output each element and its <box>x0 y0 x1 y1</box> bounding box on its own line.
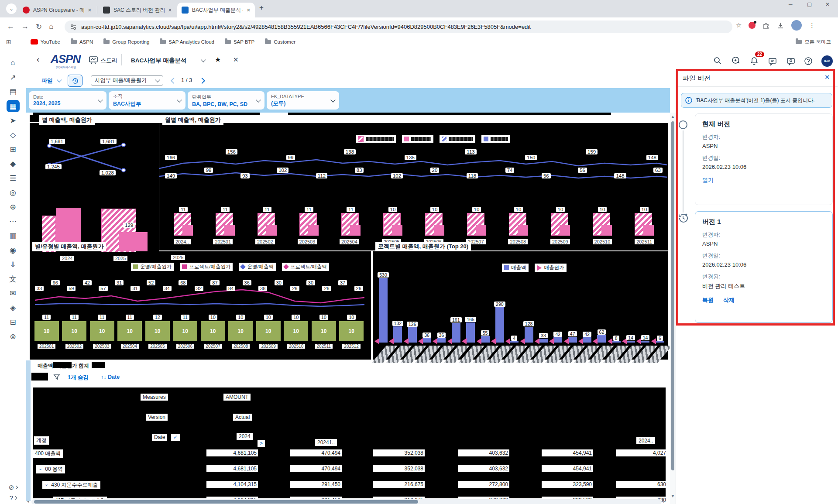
bar-item[interactable]: 290 <box>494 302 505 343</box>
sidebar-item[interactable]: ◆ <box>7 158 20 170</box>
sidebar-item[interactable]: ➤ <box>7 114 20 127</box>
sidebar-bottom-item[interactable]: ? <box>10 494 17 501</box>
legend-item[interactable] <box>356 135 396 143</box>
bar-item[interactable]: 8 <box>611 336 622 343</box>
bar-group[interactable]: 10 10 <box>228 315 253 341</box>
sidebar-bottom-item[interactable]: ⊘ <box>9 483 18 491</box>
restore-link[interactable]: 복원 <box>702 296 714 304</box>
sidebar-item[interactable]: ☰ <box>7 172 20 184</box>
bar-item[interactable]: 165 <box>465 317 476 343</box>
close-story-icon[interactable]: ✕ <box>233 56 239 64</box>
filter-chip[interactable]: Date2024, 2025 <box>29 91 106 110</box>
extensions-puzzle-icon[interactable] <box>762 22 770 29</box>
vscroll-down-icon[interactable]: ▼ <box>671 494 675 498</box>
sidebar-item[interactable]: ↗ <box>7 71 20 83</box>
ai-assistant-icon[interactable] <box>732 56 740 65</box>
bar-group[interactable]: 10 <box>550 207 570 236</box>
file-menu-chevron-icon[interactable] <box>57 77 62 82</box>
hscroll-left-icon[interactable]: ◂ <box>27 499 29 504</box>
bar-item[interactable]: 4 <box>508 336 520 343</box>
bar-group[interactable]: 11 10 <box>90 315 114 341</box>
profile-avatar[interactable] <box>791 20 802 31</box>
vertical-scrollbar-thumb[interactable] <box>671 121 674 470</box>
bar-item[interactable]: 14 <box>639 335 651 343</box>
sidebar-item[interactable]: 文 <box>7 273 20 285</box>
expand-chevron-icon[interactable]: ⌄ <box>45 481 48 489</box>
legend-item[interactable]: 매출액 <box>502 264 529 272</box>
tab-close-icon[interactable]: ✕ <box>88 7 92 13</box>
bar-group[interactable]: 10 10 <box>284 315 308 341</box>
help-icon[interactable] <box>804 57 813 65</box>
bar-group[interactable]: 10 <box>634 207 654 236</box>
delete-link[interactable]: 삭제 <box>723 296 735 304</box>
bar-group[interactable]: 11 <box>215 207 235 236</box>
sidebar-item[interactable]: ⊚ <box>7 330 20 343</box>
current-version-card[interactable]: 현재 버전 변경자: ASPN 변경일: 2026.02.23 10:06 열기 <box>695 113 833 205</box>
apps-grid-icon[interactable]: ⊞ <box>6 38 11 45</box>
tab-close-icon[interactable]: ✕ <box>168 7 172 13</box>
bar-group[interactable]: 12 10 <box>145 315 170 341</box>
hide-columns-link[interactable]: 1개 숨김 <box>66 374 90 381</box>
window-maximize-button[interactable]: ▢ <box>807 1 812 7</box>
legend-item[interactable]: 프로젝트/매출원가 <box>180 263 233 271</box>
adblock-extension-icon[interactable] <box>749 22 756 29</box>
table-row[interactable]: 400 매출액 4,681,105 470,494 352,038 403,63… <box>33 449 665 460</box>
sidebar-item[interactable]: ⊟ <box>7 316 20 328</box>
bookmark-star-icon[interactable]: ☆ <box>736 21 742 29</box>
forward-icon[interactable]: → <box>21 22 29 31</box>
bar-item[interactable]: 55 <box>480 330 491 343</box>
bar-group[interactable]: 10 <box>467 207 487 236</box>
browser-tab-active[interactable]: BAC사업부 매출분석 - 스토리 ✕ <box>177 3 255 17</box>
table-row[interactable]: ⌄00 용역 4,681,105 470,494 352,038 403,632… <box>33 464 665 476</box>
bar-group[interactable]: 10 10 <box>256 315 281 341</box>
table-row[interactable]: ⌄430 자문수수료매출 4,104,315 291,450 216,675 2… <box>33 480 665 491</box>
next-page-icon[interactable] <box>199 78 205 84</box>
bar-item[interactable]: 33 <box>538 333 549 343</box>
search-icon[interactable] <box>713 56 722 65</box>
expand-chevron-icon[interactable]: ⌄ <box>38 466 42 473</box>
window-minimize-button[interactable]: ─ <box>789 1 793 7</box>
sidebar-item[interactable]: ⊕ <box>7 201 20 213</box>
comments-icon[interactable] <box>768 57 777 66</box>
bookmark-item[interactable]: SAP Analytics Cloud <box>160 39 214 45</box>
bar-item[interactable]: 42 <box>581 332 593 343</box>
filter-chip[interactable]: FK_DATATYPE(모두) <box>267 91 339 110</box>
sidebar-item[interactable]: ◎ <box>7 186 20 199</box>
bar-item[interactable]: 42 <box>552 332 563 343</box>
bookmark-item[interactable]: ASPN <box>71 39 93 45</box>
version-history-button[interactable] <box>68 75 82 87</box>
bar-group[interactable]: 11 <box>341 207 361 236</box>
sidebar-item[interactable]: ⊞ <box>7 143 20 155</box>
filter-chip[interactable]: 단위업무BA, BPC, BW, PC, SD <box>188 91 264 110</box>
bar-item[interactable]: 14 <box>625 335 636 343</box>
page-selector-dropdown[interactable]: 사업부 매출/매출원가 <box>91 75 163 86</box>
version-1-card[interactable]: 버전 1 변경자: ASPN 변경일: 2026.02.23 10:06 변경됨… <box>695 211 833 323</box>
panel-close-icon[interactable]: ✕ <box>824 73 830 81</box>
bar-item[interactable]: 161 <box>450 317 462 343</box>
legend-item[interactable]: 프로젝트/매출액 <box>282 263 329 271</box>
bar-group[interactable]: 11 <box>299 207 319 236</box>
bookmark-item[interactable]: YouTube <box>31 39 60 45</box>
browser-tab-2[interactable]: SAC 스토리 버전 관리, 어디까 ✕ <box>99 3 176 17</box>
chart1-bar[interactable] <box>119 232 148 251</box>
sidebar-item[interactable]: ◇ <box>7 129 20 141</box>
vscroll-up-icon[interactable]: ▲ <box>671 114 675 119</box>
sidebar-item[interactable]: ◈ <box>7 302 20 314</box>
bookmark-item[interactable]: SAP BTP <box>225 39 254 45</box>
previous-page-icon[interactable] <box>171 78 177 84</box>
bar-group[interactable]: 11 10 <box>62 315 86 341</box>
bar-item[interactable]: 6 <box>654 336 666 343</box>
browser-menu-icon[interactable]: ⋮ <box>809 22 815 29</box>
bar-item[interactable]: 126 <box>407 322 418 343</box>
bookmark-item[interactable]: Group Reporting <box>103 39 149 45</box>
bar-item[interactable]: 36 <box>436 333 447 343</box>
tab-search-button[interactable]: ⌄ <box>6 3 17 14</box>
site-settings-icon[interactable] <box>70 24 77 31</box>
user-avatar[interactable]: BAC <box>821 55 833 67</box>
legend-item[interactable]: 운영/매출원가 <box>131 263 174 271</box>
sidebar-item[interactable]: ▤ <box>7 86 20 98</box>
back-icon[interactable]: ← <box>7 22 14 31</box>
reload-icon[interactable]: ↻ <box>36 22 42 31</box>
bar-group[interactable]: 10 10 <box>339 315 364 341</box>
bar-item[interactable]: 62 <box>596 329 607 343</box>
